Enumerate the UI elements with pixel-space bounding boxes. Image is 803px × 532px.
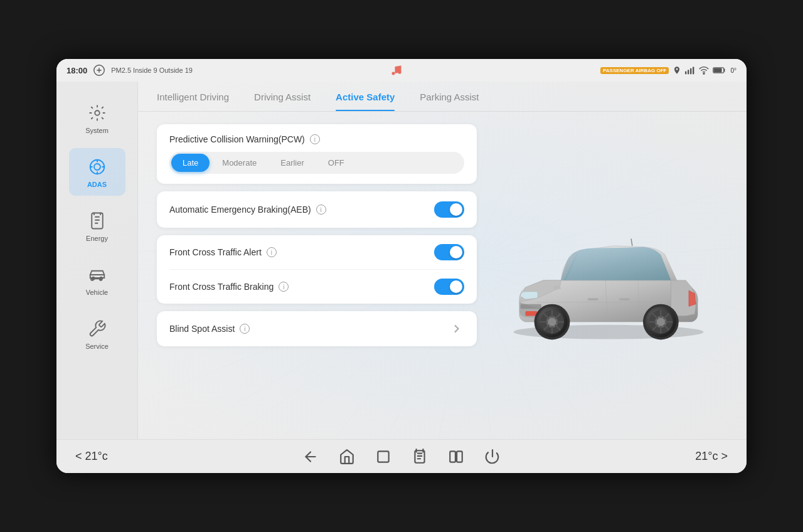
content-area: Intelligent Driving Driving Assist Activ… [138, 82, 747, 439]
music-icon [390, 64, 403, 77]
tab-intelligent-driving[interactable]: Intelligent Driving [157, 92, 229, 111]
pcw-options: Late Moderate Earlier OFF [169, 152, 464, 174]
bottom-icons [302, 448, 501, 466]
svg-rect-37 [685, 72, 686, 75]
pcw-option-earlier[interactable]: Earlier [269, 154, 316, 172]
fcta-label: Front Cross Traffic Alert i [169, 247, 277, 257]
status-left: 18:00 PM2.5 Inside 9 Outside 19 [66, 63, 193, 77]
vehicle-icon [86, 263, 109, 286]
pcw-label: Predictive Collision Warning(PCW) i [169, 134, 320, 144]
main-screen: 18:00 PM2.5 Inside 9 Outside 19 PASSENGE… [56, 59, 747, 473]
pcw-card: Predictive Collision Warning(PCW) i Late… [157, 124, 477, 184]
svg-rect-47 [92, 213, 103, 229]
svg-point-70 [657, 317, 665, 326]
fcta-toggle[interactable] [434, 244, 464, 260]
fctb-info-icon[interactable]: i [279, 282, 289, 292]
bottom-nav: < 21°c [56, 439, 747, 473]
fctb-row: Front Cross Traffic Braking i [169, 269, 464, 304]
pcw-option-moderate[interactable]: Moderate [211, 154, 268, 172]
energy-icon [86, 210, 109, 232]
sidebar-label-adas: ADAS [87, 181, 107, 188]
tab-parking-assist[interactable]: Parking Assist [420, 92, 479, 111]
sidebar-item-energy[interactable]: Energy [69, 202, 125, 250]
home-button[interactable] [338, 448, 356, 466]
temp-right: 0° [730, 67, 737, 74]
sidebar-item-vehicle[interactable]: Vehicle [69, 256, 125, 304]
aeb-row: Automatic Emergency Braking(AEB) i [169, 201, 464, 218]
car-display [489, 124, 728, 427]
svg-line-75 [631, 238, 632, 245]
adas-icon [86, 156, 109, 178]
svg-rect-39 [690, 68, 691, 75]
svg-point-44 [95, 110, 100, 115]
tasks-button[interactable] [411, 448, 428, 466]
signal-icon [685, 66, 695, 75]
svg-rect-78 [450, 451, 455, 462]
temp-right: 21°c > [695, 450, 728, 463]
settings-panel: Predictive Collision Warning(PCW) i Late… [138, 112, 747, 439]
svg-rect-38 [688, 70, 689, 74]
svg-point-36 [398, 71, 401, 74]
tab-active-safety[interactable]: Active Safety [336, 92, 395, 111]
overview-button[interactable] [375, 448, 392, 466]
aeb-label: Automatic Emergency Braking(AEB) i [169, 205, 326, 215]
location-icon [673, 66, 681, 75]
svg-rect-76 [378, 451, 388, 462]
svg-rect-43 [715, 68, 722, 72]
bsa-card: Blind Spot Assist i [157, 311, 477, 346]
pcw-option-late[interactable]: Late [171, 154, 210, 172]
sidebar-label-energy: Energy [86, 235, 108, 242]
bsa-row[interactable]: Blind Spot Assist i [169, 321, 464, 336]
pcw-row: Predictive Collision Warning(PCW) i [169, 134, 464, 144]
bsa-label: Blind Spot Assist i [169, 324, 250, 334]
sidebar-label-service: Service [85, 343, 109, 350]
fcta-info-icon[interactable]: i [267, 247, 277, 257]
svg-point-48 [92, 277, 94, 280]
sidebar-item-service[interactable]: Service [69, 310, 125, 358]
pcw-info-icon[interactable]: i [310, 134, 320, 144]
tab-driving-assist[interactable]: Driving Assist [254, 92, 311, 111]
split-button[interactable] [447, 448, 465, 466]
bsa-chevron-icon [449, 321, 464, 336]
aeb-toggle[interactable] [434, 201, 464, 218]
svg-rect-79 [457, 451, 462, 462]
battery-icon [713, 66, 726, 74]
bsa-info-icon[interactable]: i [240, 324, 250, 334]
wifi-icon [699, 66, 709, 75]
svg-rect-74 [619, 298, 630, 301]
status-right: PASSENGER AIRBAG OFF 0° [600, 66, 737, 75]
fcta-row: Front Cross Traffic Alert i [169, 235, 464, 269]
sidebar-label-system: System [85, 127, 109, 134]
system-icon [86, 102, 109, 124]
svg-rect-40 [693, 66, 694, 74]
status-center [390, 64, 403, 77]
status-time: 18:00 [66, 66, 87, 75]
svg-point-61 [548, 317, 556, 326]
svg-rect-51 [521, 304, 541, 309]
service-icon [86, 317, 109, 340]
svg-point-35 [391, 72, 395, 75]
temp-left: < 21°c [75, 450, 108, 463]
car-image [496, 210, 721, 341]
fcta-fctb-card: Front Cross Traffic Alert i Front Cross … [157, 235, 477, 304]
fctb-toggle[interactable] [434, 279, 464, 295]
svg-rect-73 [588, 298, 598, 301]
pcw-option-off[interactable]: OFF [317, 154, 356, 172]
svg-point-49 [100, 277, 102, 280]
status-bar: 18:00 PM2.5 Inside 9 Outside 19 PASSENGE… [56, 59, 747, 82]
svg-point-46 [94, 164, 100, 170]
sidebar-label-vehicle: Vehicle [86, 289, 108, 296]
back-button[interactable] [302, 448, 319, 466]
svg-point-41 [703, 73, 705, 74]
sidebar-item-adas[interactable]: ADAS [69, 148, 125, 196]
aeb-card: Automatic Emergency Braking(AEB) i [157, 191, 477, 228]
svg-rect-52 [525, 311, 537, 316]
airbag-badge: PASSENGER AIRBAG OFF [600, 67, 669, 74]
sidebar-item-system[interactable]: System [69, 94, 125, 142]
aeb-info-icon[interactable]: i [316, 205, 326, 215]
status-pm25: PM2.5 Inside 9 Outside 19 [111, 66, 193, 74]
air-quality-icon [92, 63, 106, 77]
tab-bar: Intelligent Driving Driving Assist Activ… [138, 82, 747, 112]
settings-list: Predictive Collision Warning(PCW) i Late… [157, 124, 477, 427]
power-button[interactable] [484, 448, 501, 466]
